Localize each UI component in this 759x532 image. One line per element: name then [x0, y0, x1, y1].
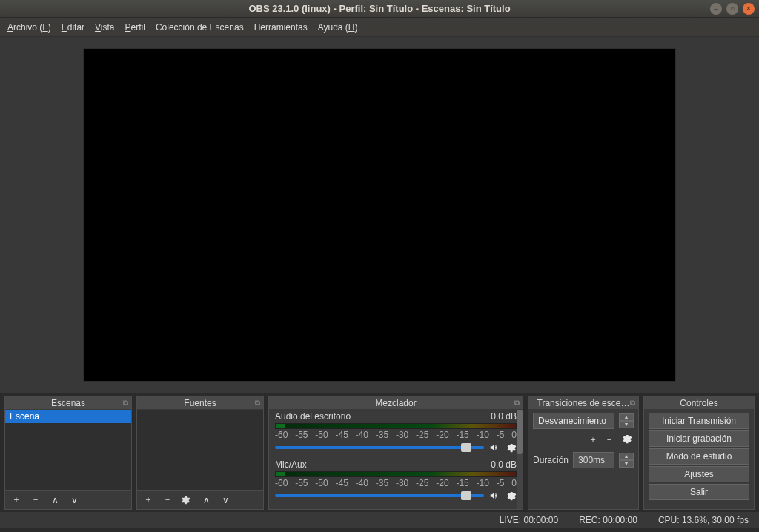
- mixer-track-desktop: Audio del escritorio 0.0 dB -60-55-50-45…: [269, 410, 523, 458]
- source-up-button[interactable]: ∧: [199, 495, 213, 505]
- duration-label: Duración: [533, 455, 569, 465]
- mixer-scrollbar[interactable]: [517, 410, 523, 509]
- scenes-title: Escenas: [51, 398, 85, 408]
- menu-vista[interactable]: Vista: [95, 22, 114, 33]
- sources-header[interactable]: Fuentes ⧉: [137, 396, 263, 410]
- volume-slider[interactable]: [275, 446, 484, 449]
- status-cpu: CPU: 13.6%, 30.00 fps: [658, 515, 749, 525]
- exit-button[interactable]: Salir: [649, 484, 749, 500]
- add-scene-button[interactable]: ＋: [10, 493, 23, 506]
- scene-down-button[interactable]: ∨: [67, 495, 81, 505]
- scenes-header[interactable]: Escenas ⧉: [5, 396, 131, 410]
- gear-icon[interactable]: [505, 442, 517, 453]
- volume-meter: [275, 471, 517, 477]
- dock-panels: Escenas ⧉ Escena ＋ － ∧ ∨ Fuentes ⧉ ＋ － ∧…: [0, 393, 759, 511]
- studio-mode-button[interactable]: Modo de estudio: [649, 448, 749, 465]
- scene-item[interactable]: Escena: [5, 410, 131, 423]
- volume-meter: [275, 423, 517, 429]
- window-title: OBS 23.1.0 (linux) - Perfil: Sin Título …: [248, 3, 510, 14]
- sources-toolbar: ＋ － ∧ ∨: [137, 490, 263, 509]
- meter-ticks: -60-55-50-45-40-35-30-25-20-15-10-50: [275, 430, 517, 440]
- detach-icon[interactable]: ⧉: [123, 399, 128, 408]
- preview-canvas[interactable]: [83, 48, 676, 382]
- controls-body: Iniciar Transmisión Iniciar grabación Mo…: [644, 410, 754, 509]
- mixer-track-mic: Mic/Aux 0.0 dB -60-55-50-45-40-35-30-25-…: [269, 458, 523, 506]
- mixer-header[interactable]: Mezclador ⧉: [269, 396, 523, 410]
- title-bar: OBS 23.1.0 (linux) - Perfil: Sin Título …: [0, 0, 759, 18]
- controls-header[interactable]: Controles: [644, 396, 754, 410]
- detach-icon[interactable]: ⧉: [255, 399, 260, 408]
- menu-editar[interactable]: Editar: [62, 22, 84, 33]
- detach-icon[interactable]: ⧉: [514, 399, 520, 408]
- track-db: 0.0 dB: [491, 411, 517, 422]
- menu-perfil[interactable]: Perfil: [125, 22, 145, 33]
- source-down-button[interactable]: ∨: [219, 495, 232, 505]
- start-recording-button[interactable]: Iniciar grabación: [649, 430, 749, 447]
- transition-select[interactable]: Desvanecimiento: [533, 413, 614, 429]
- scenes-list[interactable]: Escena: [5, 410, 131, 490]
- scenes-panel: Escenas ⧉ Escena ＋ － ∧ ∨: [4, 396, 132, 510]
- menu-herramientas[interactable]: Herramientas: [254, 22, 308, 33]
- settings-button[interactable]: Ajustes: [649, 466, 749, 482]
- remove-transition-button[interactable]: －: [605, 433, 614, 446]
- transitions-title: Transiciones de esce…: [537, 398, 630, 408]
- mixer-panel: Mezclador ⧉ Audio del escritorio 0.0 dB …: [268, 396, 523, 510]
- scenes-toolbar: ＋ － ∧ ∨: [5, 490, 131, 509]
- sources-title: Fuentes: [184, 398, 216, 408]
- sources-list[interactable]: [137, 410, 263, 490]
- volume-slider[interactable]: [275, 494, 484, 497]
- transitions-panel: Transiciones de esce… ⧉ Desvanecimiento …: [528, 396, 639, 510]
- duration-input[interactable]: 300ms: [573, 452, 614, 468]
- mixer-body: Audio del escritorio 0.0 dB -60-55-50-45…: [269, 410, 523, 509]
- preview-area: [0, 37, 759, 393]
- mixer-title: Mezclador: [375, 398, 416, 408]
- controls-panel: Controles Iniciar Transmisión Iniciar gr…: [643, 396, 755, 510]
- maximize-button[interactable]: ○: [726, 3, 738, 15]
- add-transition-button[interactable]: ＋: [589, 433, 597, 446]
- meter-ticks: -60-55-50-45-40-35-30-25-20-15-10-50: [275, 478, 517, 488]
- add-source-button[interactable]: ＋: [142, 493, 155, 506]
- menu-ayuda[interactable]: Ayuda (H): [318, 22, 358, 33]
- transitions-body: Desvanecimiento ▴▾ ＋ － Duración 300ms ▴▾: [528, 410, 638, 509]
- gear-icon[interactable]: [505, 490, 517, 502]
- duration-spin[interactable]: ▴▾: [619, 453, 634, 468]
- transition-selected: Desvanecimiento: [538, 416, 606, 426]
- slider-thumb[interactable]: [461, 491, 471, 500]
- status-rec: REC: 00:00:00: [579, 515, 637, 525]
- start-streaming-button[interactable]: Iniciar Transmisión: [649, 413, 749, 429]
- sources-panel: Fuentes ⧉ ＋ － ∧ ∨: [136, 396, 264, 510]
- track-name: Audio del escritorio: [275, 411, 351, 422]
- menu-coleccion[interactable]: Colección de Escenas: [156, 22, 244, 33]
- menu-bar: Archivo (F) Editar Vista Perfil Colecció…: [0, 18, 759, 37]
- controls-title: Controles: [680, 398, 717, 408]
- minimize-button[interactable]: –: [710, 3, 722, 15]
- speaker-icon[interactable]: [488, 442, 500, 453]
- slider-thumb[interactable]: [461, 443, 471, 452]
- menu-archivo[interactable]: Archivo (F): [7, 22, 51, 33]
- remove-source-button[interactable]: －: [161, 493, 174, 506]
- detach-icon[interactable]: ⧉: [630, 399, 635, 408]
- track-name: Mic/Aux: [275, 459, 307, 470]
- scene-up-button[interactable]: ∧: [48, 495, 62, 505]
- source-settings-button[interactable]: [180, 495, 193, 505]
- window-controls: – ○ ×: [710, 3, 755, 15]
- remove-scene-button[interactable]: －: [29, 493, 42, 506]
- transition-settings-button[interactable]: [621, 433, 632, 446]
- track-db: 0.0 dB: [491, 459, 517, 470]
- close-button[interactable]: ×: [743, 3, 755, 15]
- speaker-icon[interactable]: [488, 490, 500, 502]
- transition-spin[interactable]: ▴▾: [619, 413, 634, 428]
- duration-value: 300ms: [578, 455, 605, 465]
- transitions-header[interactable]: Transiciones de esce… ⧉: [528, 396, 638, 410]
- status-bar: LIVE: 00:00:00 REC: 00:00:00 CPU: 13.6%,…: [0, 511, 759, 528]
- status-live: LIVE: 00:00:00: [500, 515, 558, 525]
